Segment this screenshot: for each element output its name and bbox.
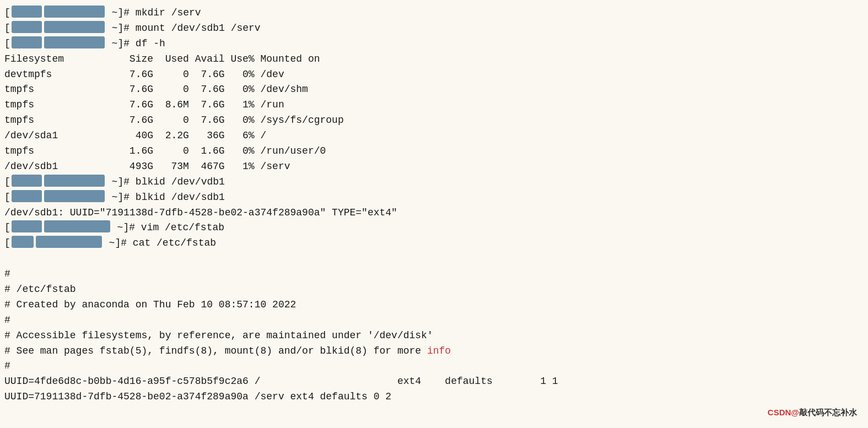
blur-username — [12, 36, 42, 48]
blank-line — [0, 251, 868, 267]
terminal-line: [ ~]# blkid /dev/vdb1 — [0, 175, 868, 190]
terminal-line: [ ~]# mkdir /serv — [0, 6, 868, 21]
prompt-suffix: ~]# — [106, 190, 136, 205]
df-row-tmpfs2: tmpfs 7.6G 8.6M 7.6G 1% /run — [0, 97, 868, 113]
blur-hostname — [44, 21, 105, 33]
command-df: df -h — [136, 36, 165, 52]
prompt-suffix: ~]# — [106, 21, 136, 36]
prompt-suffix: ~]# — [106, 36, 136, 52]
command-blkid-sdb1: blkid /dev/sdb1 — [136, 190, 225, 205]
prompt-suffix: ~]# — [111, 220, 141, 236]
prompt-bracket-open: [ — [4, 36, 10, 52]
info-text: info — [427, 344, 451, 359]
watermark-brand: CSDN@ — [768, 408, 799, 417]
command-vim: vim /etc/fstab — [141, 220, 224, 236]
terminal-container: [ ~]# mkdir /serv [ ~]# mount /dev/sdb1 … — [0, 0, 868, 428]
blur-hostname — [44, 36, 105, 48]
df-header: Filesystem Size Used Avail Use% Mounted … — [0, 52, 868, 67]
command-cat: cat /etc/fstab — [133, 236, 216, 251]
prompt-bracket-open: [ — [4, 175, 10, 190]
prompt-bracket-open: [ — [4, 21, 10, 36]
fstab-comment-5: # Accessible filesystems, by reference, … — [0, 328, 868, 344]
df-row-tmpfs3: tmpfs 7.6G 0 7.6G 0% /sys/fs/cgroup — [0, 113, 868, 128]
fstab-entry-1: UUID=4fde6d8c-b0bb-4d16-a95f-c578b5f9c2a… — [0, 374, 868, 389]
watermark-text: 敲代码不忘补水 — [799, 408, 857, 417]
terminal-line: [ ~]# cat /etc/fstab — [0, 236, 868, 251]
command-mount: mount /dev/sdb1 /serv — [136, 21, 261, 36]
blur-hostname — [44, 175, 105, 187]
terminal-line: [ ~]# blkid /dev/sdb1 — [0, 190, 868, 205]
blur-username — [12, 220, 42, 232]
fstab-comment-2: # /etc/fstab — [0, 282, 868, 297]
blur-username — [12, 190, 42, 202]
fstab-entry-2: UUID=7191138d-7dfb-4528-be02-a374f289a90… — [0, 389, 868, 405]
prompt-bracket-open: [ — [4, 236, 10, 251]
fstab-comment-1: # — [0, 267, 868, 282]
fstab-comment-3: # Created by anaconda on Thu Feb 10 08:5… — [0, 297, 868, 313]
df-row-sda1: /dev/sda1 40G 2.2G 36G 6% / — [0, 128, 868, 144]
command-blkid-vdb1: blkid /dev/vdb1 — [136, 175, 225, 190]
watermark: CSDN@敲代码不忘补水 — [768, 408, 857, 418]
prompt-bracket-open: [ — [4, 190, 10, 205]
blur-hostname — [44, 220, 110, 232]
blur-hostname2 — [36, 236, 102, 248]
prompt-bracket-open: [ — [4, 6, 10, 21]
blur-username — [12, 21, 42, 33]
df-row-devtmpfs: devtmpfs 7.6G 0 7.6G 0% /dev — [0, 67, 868, 83]
prompt-suffix: ~]# — [106, 175, 136, 190]
prompt-suffix: ~]# — [103, 236, 133, 251]
command-mkdir: mkdir /serv — [136, 6, 201, 21]
terminal-line: [ ~]# vim /etc/fstab — [0, 220, 868, 236]
fstab-comment-7: # — [0, 359, 868, 374]
blur-hostname — [44, 190, 105, 202]
blkid-output: /dev/sdb1: UUID="7191138d-7dfb-4528-be02… — [0, 205, 868, 221]
prompt-suffix: ~]# — [106, 6, 136, 21]
blur-username — [12, 6, 42, 18]
df-row-tmpfs1: tmpfs 7.6G 0 7.6G 0% /dev/shm — [0, 82, 868, 97]
terminal-line: [ ~]# mount /dev/sdb1 /serv — [0, 21, 868, 36]
df-row-tmpfs4: tmpfs 1.6G 0 1.6G 0% /run/user/0 — [0, 144, 868, 159]
fstab-comment-6: # See man pages fstab(5), findfs(8), mou… — [0, 344, 868, 359]
blur-hostname — [44, 6, 105, 18]
terminal-line: [ ~]# df -h — [0, 36, 868, 52]
blur-username2 — [12, 236, 34, 248]
df-row-sdb1: /dev/sdb1 493G 73M 467G 1% /serv — [0, 159, 868, 175]
blur-username — [12, 175, 42, 187]
fstab-comment-4: # — [0, 313, 868, 328]
prompt-bracket-open: [ — [4, 220, 10, 236]
